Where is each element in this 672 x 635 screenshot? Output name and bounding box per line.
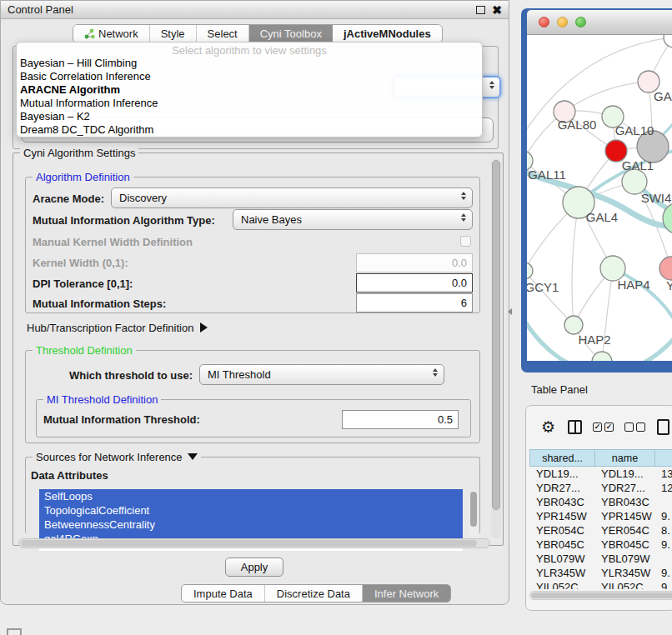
mi-algorithm-type-combo[interactable]: Naive Bayes bbox=[233, 209, 473, 230]
network-edge[interactable] bbox=[602, 268, 613, 361]
close-traffic-light-icon[interactable] bbox=[539, 17, 549, 28]
settings-vertical-scrollbar[interactable] bbox=[491, 158, 501, 538]
deselect-checks-icon[interactable] bbox=[624, 422, 645, 432]
table-cell: YDL19... bbox=[529, 467, 594, 481]
which-threshold-value: MI Threshold bbox=[208, 368, 271, 381]
dropdown-item[interactable]: Basic Correlation Inference bbox=[17, 70, 482, 83]
tab-label: Style bbox=[161, 28, 185, 40]
control-panel-window: Control Panel ✖ NetworkStyleSelectCyni T… bbox=[0, 0, 509, 605]
zoom-traffic-light-icon[interactable] bbox=[575, 17, 586, 28]
tab-style[interactable]: Style bbox=[150, 25, 197, 42]
table-cell: YDR27... bbox=[594, 481, 654, 495]
table-row[interactable]: YER054CYER054C8. bbox=[529, 523, 672, 538]
dropdown-item[interactable]: Dream8 DC_TDC Algorithm bbox=[17, 123, 482, 137]
column-header[interactable] bbox=[654, 449, 672, 467]
network-node-hap2[interactable] bbox=[564, 316, 583, 334]
dpi-tolerance-label: DPI Tolerance [0,1]: bbox=[33, 278, 133, 290]
dropdown-item[interactable]: Bayesian – K2 bbox=[17, 110, 482, 123]
minimize-traffic-light-icon[interactable] bbox=[557, 17, 568, 28]
tab-cyni-toolbox[interactable]: Cyni Toolbox bbox=[249, 25, 333, 42]
tab-label: jActiveMNodules bbox=[344, 28, 431, 40]
attribute-item[interactable]: SelfLoops bbox=[39, 489, 463, 503]
table-row[interactable]: YPR145WYPR145W9. bbox=[529, 509, 672, 523]
table-cell: YBR045C bbox=[594, 538, 654, 552]
sources-group-title[interactable]: Sources for Network Inference bbox=[33, 451, 201, 463]
table-cell: 9. bbox=[654, 580, 672, 589]
aracne-mode-combo[interactable]: Discovery bbox=[111, 188, 473, 208]
combo-stepper-icon bbox=[461, 213, 466, 222]
tab-discretize-data[interactable]: Discretize Data bbox=[265, 585, 363, 602]
settings-gear-icon[interactable]: ⚙ bbox=[541, 419, 555, 435]
node-label: GAL bbox=[654, 89, 672, 103]
table-cell: YDR27... bbox=[529, 481, 594, 495]
table-horizontal-scrollbar[interactable] bbox=[529, 591, 672, 600]
kernel-width-label: Kernel Width (0,1): bbox=[33, 257, 128, 269]
algorithm-dropdown: Select algorithm to view settings Bayesi… bbox=[16, 42, 483, 138]
settings-horizontal-scrollbar[interactable] bbox=[18, 538, 490, 548]
tab-impute-data[interactable]: Impute Data bbox=[182, 585, 265, 602]
sources-group: Sources for Network Inference Data Attri… bbox=[25, 457, 480, 533]
dropdown-prompt: Select algorithm to view settings bbox=[17, 44, 482, 57]
mi-steps-field[interactable]: 6 bbox=[356, 293, 473, 312]
tab-infer-network[interactable]: Infer Network bbox=[363, 585, 450, 602]
table-row[interactable]: YBR043CYBR043C bbox=[529, 495, 672, 509]
table-row[interactable]: YDL19...YDL19...13 bbox=[529, 467, 672, 481]
column-header[interactable]: shared... bbox=[529, 449, 594, 467]
dpi-tolerance-field[interactable]: 0.0 bbox=[356, 273, 473, 292]
kernel-width-field[interactable]: 0.0 bbox=[356, 253, 473, 272]
node-label: GCY1 bbox=[527, 280, 559, 294]
table-row[interactable]: YIL052CYIL052C9. bbox=[529, 580, 672, 589]
column-view-icon[interactable] bbox=[568, 420, 582, 434]
table-cell: YLR345W bbox=[529, 566, 594, 580]
manual-kernel-checkbox[interactable] bbox=[460, 236, 471, 247]
apply-button[interactable]: Apply bbox=[225, 558, 283, 577]
which-threshold-combo[interactable]: MI Threshold bbox=[199, 364, 444, 385]
table-cell: YLR345W bbox=[594, 566, 654, 580]
threshold-definition-title: Threshold Definition bbox=[33, 344, 136, 357]
node-label: Y bbox=[666, 278, 672, 292]
node-table[interactable]: shared...nameYDL19...YDL19...13YDR27...Y… bbox=[529, 449, 672, 589]
minimized-panel-chip[interactable] bbox=[7, 628, 22, 635]
network-node[interactable] bbox=[664, 35, 672, 48]
tab-jactivemnodules[interactable]: jActiveMNodules bbox=[333, 25, 442, 42]
table-row[interactable]: YBL079WYBL079W bbox=[529, 552, 672, 566]
attribute-item[interactable]: BetweennessCentrality bbox=[39, 518, 463, 532]
pane-divider-handle[interactable] bbox=[508, 308, 512, 315]
select-all-checks-icon[interactable]: ✓✓ bbox=[593, 422, 614, 432]
dropdown-item[interactable]: Mutual Information Inference bbox=[17, 97, 482, 110]
attribute-item[interactable]: TopologicalCoefficient bbox=[39, 503, 463, 518]
network-edge[interactable] bbox=[527, 271, 574, 325]
table-cell: YBR043C bbox=[529, 495, 594, 509]
dropdown-item[interactable]: ARACNE Algorithm bbox=[17, 83, 482, 97]
network-node-gcy1[interactable] bbox=[527, 262, 533, 279]
table-cell: 9. bbox=[654, 509, 672, 523]
table-panel-toolbar: ⚙ ✓✓ bbox=[526, 412, 672, 441]
tab-network[interactable]: Network bbox=[73, 25, 150, 42]
column-header[interactable]: name bbox=[594, 449, 654, 467]
network-edge[interactable] bbox=[572, 202, 579, 325]
mi-threshold-group-title: MI Threshold Definition bbox=[43, 393, 161, 406]
mi-type-label: Mutual Information Algorithm Type: bbox=[33, 214, 215, 227]
hub-definition-label: Hub/Transcription Factor Definition bbox=[27, 322, 193, 334]
hub-definition-toggle[interactable]: Hub/Transcription Factor Definition bbox=[27, 322, 208, 334]
table-row[interactable]: YBR045CYBR045C9. bbox=[529, 538, 672, 552]
network-node[interactable] bbox=[592, 352, 612, 361]
network-view-canvas[interactable]: GALGAL80GAL10GAL1GAL11SWI4GAL4HAP4YGCY1H… bbox=[527, 35, 672, 361]
document-icon[interactable] bbox=[657, 419, 669, 435]
table-row[interactable]: YLR345WYLR345W9. bbox=[529, 566, 672, 580]
mi-threshold-field[interactable]: 0.5 bbox=[342, 410, 459, 429]
close-icon[interactable]: ✖ bbox=[492, 6, 502, 14]
network-node-y[interactable] bbox=[659, 257, 672, 280]
table-header-row: shared...name bbox=[529, 449, 672, 467]
table-row[interactable]: YDR27...YDR27...12 bbox=[529, 481, 672, 495]
mi-threshold-label: Mutual Information Threshold: bbox=[43, 413, 200, 426]
mi-steps-label: Mutual Information Steps: bbox=[33, 298, 166, 310]
tab-select[interactable]: Select bbox=[197, 25, 249, 42]
network-window-titlebar[interactable] bbox=[527, 10, 672, 35]
node-label: HAP4 bbox=[617, 278, 649, 292]
algorithm-definition-group: Algorithm Definition Aracne Mode: Discov… bbox=[25, 177, 480, 313]
table-cell: 13 bbox=[654, 467, 672, 481]
float-window-icon[interactable] bbox=[476, 6, 485, 14]
dropdown-item[interactable]: Bayesian – Hill Climbing bbox=[17, 57, 482, 70]
control-panel-titlebar: Control Panel ✖ bbox=[1, 1, 509, 19]
